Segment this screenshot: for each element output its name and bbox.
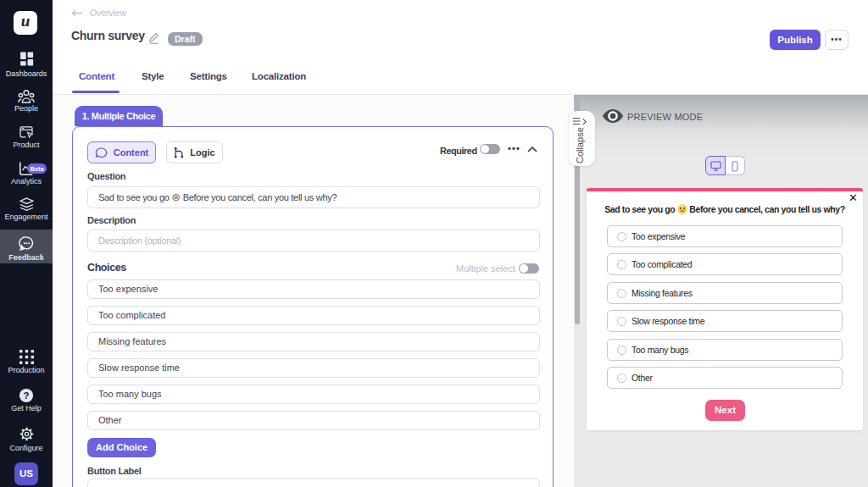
svg-text:?: ? [24, 390, 30, 401]
svg-text:Collapse: Collapse [575, 127, 585, 163]
